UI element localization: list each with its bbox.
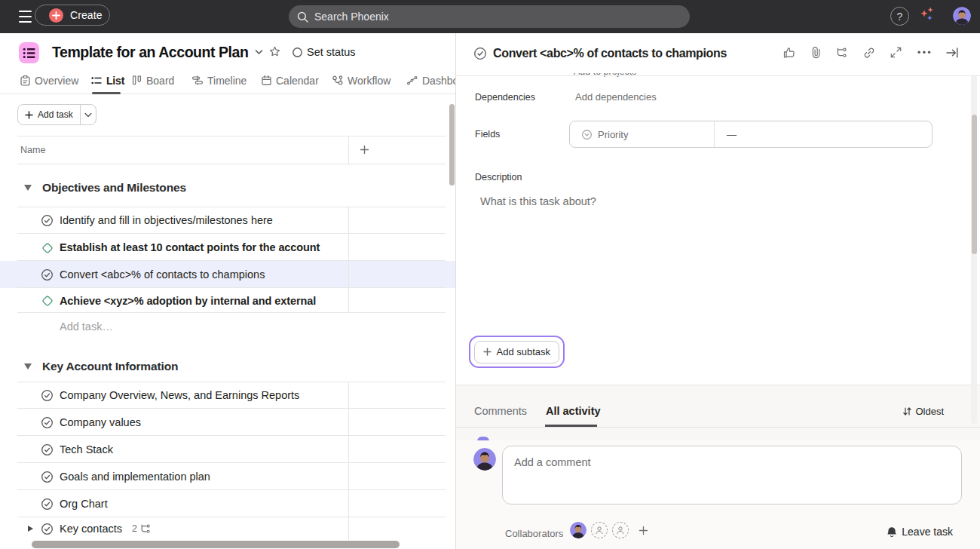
expand-icon[interactable]	[890, 47, 902, 58]
sort-label: Oldest	[915, 406, 944, 417]
add-subtask-focus-ring: Add subtask	[469, 336, 565, 368]
milestone-diamond-icon[interactable]	[41, 295, 54, 307]
add-dependencies-button[interactable]: Add dependencies	[575, 91, 657, 103]
tab-calendar[interactable]: Calendar	[262, 69, 319, 92]
task-row[interactable]: Achieve <xyz>% adoption by internal and …	[0, 288, 455, 313]
ai-sparkles-icon[interactable]	[920, 7, 935, 22]
list-horizontal-scrollbar[interactable]	[32, 541, 400, 548]
add-task-row[interactable]: Add task…	[0, 313, 455, 340]
add-task-row-label: Add task…	[60, 321, 113, 333]
chevron-down-icon[interactable]	[255, 49, 263, 55]
collapse-triangle-icon[interactable]	[24, 185, 32, 191]
section-title[interactable]: Objectives and Milestones	[42, 181, 186, 195]
task-row[interactable]: Company Overview, News, and Earnings Rep…	[0, 382, 455, 409]
invite-avatar-placeholder[interactable]	[612, 522, 629, 538]
create-button[interactable]: Create	[35, 5, 110, 26]
description-input[interactable]: What is this task about?	[480, 195, 596, 207]
priority-value: —	[727, 129, 737, 140]
task-row[interactable]: Tech Stack	[0, 436, 455, 463]
project-tabs: Overview List Board Timeline Calendar Wo…	[0, 69, 455, 92]
composer-avatar	[473, 448, 496, 471]
star-icon[interactable]	[269, 46, 280, 57]
collapse-triangle-icon[interactable]	[24, 363, 32, 370]
user-avatar[interactable]	[953, 7, 971, 25]
detail-header-divider	[456, 75, 980, 76]
priority-field-cell[interactable]: Priority	[570, 121, 715, 147]
help-button[interactable]: ?	[890, 7, 909, 26]
calendar-icon	[262, 75, 271, 85]
task-row[interactable]: Goals and implementation plan	[0, 463, 455, 490]
task-row[interactable]: Key contacts 2	[0, 517, 455, 540]
check-circle-icon[interactable]	[41, 390, 53, 401]
priority-field-value[interactable]: —	[715, 121, 932, 147]
attach-icon[interactable]	[811, 46, 821, 59]
collaborator-avatar[interactable]	[570, 522, 586, 538]
close-panel-icon[interactable]	[946, 48, 958, 58]
tab-overview[interactable]: Overview	[20, 69, 78, 92]
tab-all-activity[interactable]: All activity	[546, 405, 601, 417]
add-column-button[interactable]	[360, 145, 369, 155]
task-row[interactable]: Establish at least 10 contact points for…	[0, 234, 455, 261]
timeline-icon	[192, 75, 203, 85]
check-circle-icon[interactable]	[41, 215, 53, 226]
list-vertical-scrollbar[interactable]	[449, 104, 455, 186]
tab-comments[interactable]: Comments	[474, 405, 527, 417]
check-circle-icon[interactable]	[41, 269, 53, 281]
task-row[interactable]: Identify and fill in objectives/mileston…	[0, 207, 455, 234]
check-circle-icon[interactable]	[41, 444, 53, 455]
section-title[interactable]: Key Account Information	[42, 360, 178, 373]
dependencies-label: Dependencies	[475, 92, 535, 103]
add-task-dropdown[interactable]	[81, 105, 96, 124]
comment-composer: Add a comment Collaborators Leave task	[456, 440, 980, 549]
name-column-header[interactable]: Name	[20, 145, 45, 155]
add-task-button[interactable]: Add task	[17, 104, 96, 125]
subtask-count-value: 2	[132, 523, 137, 534]
section-header-key-account: Key Account Information	[0, 351, 455, 384]
task-row[interactable]: Company values	[0, 409, 455, 436]
more-actions-icon[interactable]	[917, 51, 931, 54]
task-row[interactable]: Org Chart	[0, 490, 455, 517]
check-circle-icon[interactable]	[41, 471, 53, 483]
tabs-divider	[0, 94, 455, 94]
column-divider	[348, 382, 349, 540]
comment-placeholder: Add a comment	[514, 456, 591, 468]
comment-input[interactable]: Add a comment	[502, 446, 962, 505]
detail-scrollbar-thumb[interactable]	[972, 115, 977, 254]
tab-timeline-label: Timeline	[207, 75, 247, 87]
add-subtask-button[interactable]: Add subtask	[474, 341, 560, 363]
expand-triangle-icon[interactable]	[28, 526, 33, 532]
like-icon[interactable]	[783, 47, 795, 59]
tab-board[interactable]: Board	[132, 69, 174, 92]
check-circle-icon[interactable]	[41, 417, 53, 428]
chevron-circle-icon	[582, 130, 592, 140]
add-subtask-icon[interactable]	[836, 48, 847, 58]
tab-dashboard[interactable]: Dashboard	[407, 69, 455, 92]
add-collaborator-button[interactable]	[639, 526, 648, 535]
search-input[interactable]: Search Phoenix	[289, 5, 690, 28]
tab-list[interactable]: List	[91, 69, 124, 92]
invite-avatar-placeholder[interactable]	[591, 522, 608, 538]
project-list-panel: Template for an Account Plan Set status …	[0, 33, 455, 549]
plus-icon	[483, 348, 492, 356]
copy-link-icon[interactable]	[863, 47, 875, 59]
tab-workflow-label: Workflow	[348, 75, 390, 87]
active-tab-underline	[545, 425, 597, 427]
check-circle-icon[interactable]	[41, 523, 53, 535]
leave-task-button[interactable]: Leave task	[887, 526, 953, 538]
dashboard-icon	[407, 76, 418, 85]
hamburger-menu-icon[interactable]	[19, 11, 32, 23]
add-task-main[interactable]: Add task	[18, 105, 80, 124]
question-mark-icon: ?	[897, 11, 903, 23]
tab-workflow[interactable]: Workflow	[332, 69, 390, 92]
leave-task-label: Leave task	[902, 526, 953, 538]
task-detail-header: Convert <abc>% of contacts to champions	[456, 33, 980, 72]
milestone-diamond-icon[interactable]	[41, 242, 54, 254]
task-row-selected[interactable]: Convert <abc>% of contacts to champions	[0, 261, 455, 288]
task-check-circle-icon[interactable]	[474, 48, 486, 60]
column-divider	[348, 207, 349, 313]
check-circle-icon[interactable]	[41, 498, 53, 510]
sort-button[interactable]: Oldest	[903, 406, 944, 417]
task-actions	[783, 46, 958, 59]
set-status-button[interactable]: Set status	[292, 46, 355, 58]
tab-timeline[interactable]: Timeline	[192, 69, 247, 92]
